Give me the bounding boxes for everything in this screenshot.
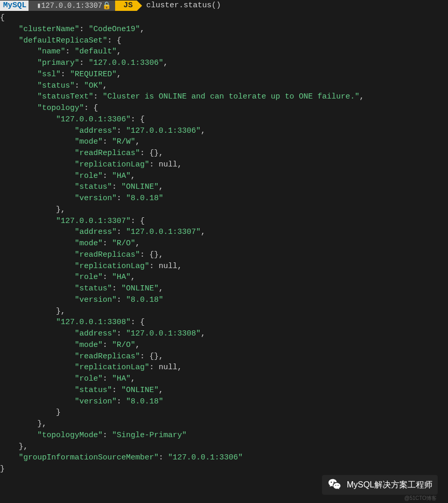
node2-replicas: {} [149,250,159,259]
ssl-icon: 🔒 [102,1,111,11]
node2-mode: R/O [117,239,131,248]
node1-mode: R/W [117,137,131,146]
json-output: { "clusterName": "CodeOne19", "defaultRe… [0,11,448,475]
watermark: MySQL解决方案工程师 [322,475,438,495]
node1-version: 8.0.18 [131,194,159,203]
source-member: 127.0.0.1:3306 [173,453,238,462]
wechat-icon [327,477,343,493]
node2-status: ONLINE [126,284,154,293]
db-icon: ▮ [37,1,41,11]
js-mode-badge: JS [115,1,137,11]
node2-version: 8.0.18 [131,296,159,304]
node3-role: HA [117,374,126,383]
node1-key: 127.0.0.1:3306 [61,115,126,124]
node3-lag: null [159,363,177,372]
node1-replicas: {} [149,149,159,158]
cluster-name: CodeOne19 [93,25,135,34]
node3-version: 8.0.18 [131,397,159,406]
node3-status: ONLINE [126,386,154,395]
node2-key: 127.0.0.1:3307 [61,217,126,226]
node2-address: 127.0.0.1:3307 [131,228,196,236]
node1-lag: null [159,160,177,169]
node2-lag: null [159,262,177,271]
node2-role: HA [117,273,126,282]
primary: 127.0.0.1:3306 [93,59,159,67]
status-text: Cluster is ONLINE and can tolerate up to… [107,92,355,101]
watermark-sub: @51CTO博客 [404,495,437,502]
ssl: REQUIRED [75,70,112,79]
rs-name: default [79,47,112,56]
command-input[interactable]: cluster.status() [137,0,221,11]
node3-mode: R/O [117,341,131,350]
host-text: 127.0.0.1:3307 [41,1,102,11]
shell-prompt[interactable]: MySQL ▮ 127.0.0.1:3307 🔒 JS cluster.stat… [0,0,448,11]
node1-address: 127.0.0.1:3306 [131,127,196,135]
node3-address: 127.0.0.1:3308 [131,329,196,338]
status: OK [89,81,98,90]
mysql-badge: MySQL [0,1,29,11]
node1-role: HA [117,172,126,180]
watermark-text: MySQL解决方案工程师 [347,479,432,491]
node1-status: ONLINE [126,183,154,191]
node3-key: 127.0.0.1:3308 [61,318,126,327]
topology-mode: Single-Primary [117,431,182,440]
node3-replicas: {} [149,352,159,361]
host-badge: ▮ 127.0.0.1:3307 🔒 [29,1,115,11]
